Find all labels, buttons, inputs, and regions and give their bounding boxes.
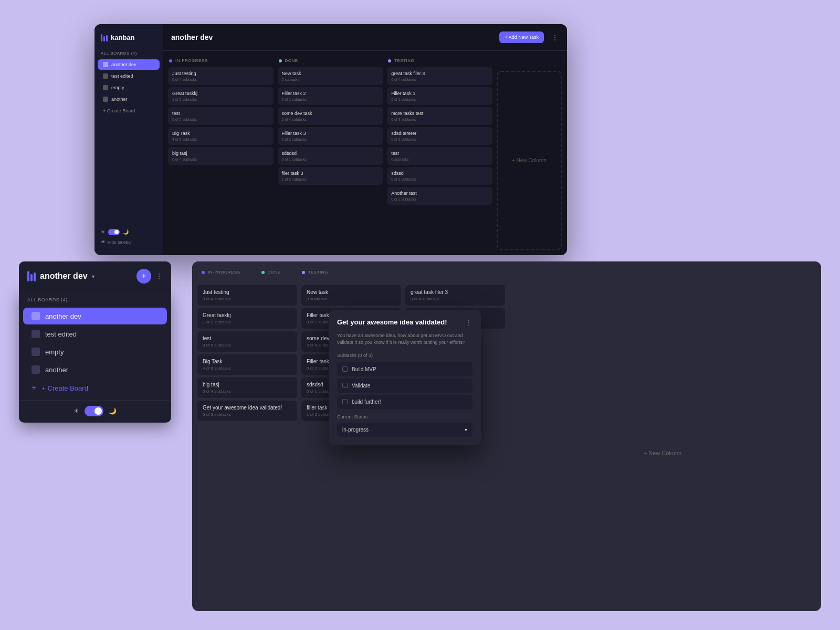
- testing-cards: great task filer 3 0 of 4 subtasks Fille…: [387, 67, 492, 205]
- card-subtasks: 0 of 1 subtasks: [391, 98, 488, 101]
- create-board-btn[interactable]: + Create Board: [98, 106, 160, 116]
- bottom-card-test[interactable]: test 0 of 5 subtasks: [197, 331, 297, 352]
- col-label-in-progress: IN-PROGRESS: [175, 58, 208, 63]
- card-sdsdsd[interactable]: sdsdsd 0 of 1 subtasks: [278, 147, 383, 165]
- dropdown-create-board-btn[interactable]: + + Create Board: [23, 379, 167, 397]
- sidebar-item-another-dev[interactable]: another dev: [98, 59, 160, 70]
- dropdown-add-button[interactable]: +: [136, 269, 151, 284]
- card-test[interactable]: test 0 of 5 subtasks: [168, 107, 274, 125]
- task-modal: Get your awesome idea validated! ⋮ You h…: [329, 310, 481, 445]
- col-header-testing: TESTING: [387, 56, 492, 67]
- card-subtasks: 0 of 4 subtasks: [172, 78, 269, 81]
- card-title: sdsdsd: [282, 151, 379, 156]
- card-great-taskkj[interactable]: Great taskkj 1 of 2 subtasks: [168, 87, 274, 105]
- modal-more-options-icon[interactable]: ⋮: [465, 318, 472, 327]
- sidebar-item-another[interactable]: another: [98, 94, 160, 104]
- card-filler-task-1[interactable]: Filler task 1 0 of 1 subtasks: [387, 87, 492, 105]
- card-subtasks: 0 of 3 subtasks: [391, 118, 488, 121]
- sidebar-item-empty[interactable]: empty: [98, 82, 160, 93]
- card-title: sdsdItererer: [391, 131, 488, 136]
- bottom-card-great-task-filer[interactable]: great task filer 3 0 of 4 subtasks: [405, 285, 505, 306]
- card-sdsditererer[interactable]: sdsdItererer 0 of 2 subtasks: [387, 127, 492, 145]
- dropdown-theme-row: ☀ 🌙: [19, 400, 171, 416]
- card-title: Another test: [391, 191, 488, 196]
- theme-toggle[interactable]: [108, 229, 120, 235]
- dropdown-more-options-icon[interactable]: ⋮: [155, 272, 163, 280]
- create-board-label: + Create Board: [103, 108, 135, 113]
- card-title: Big Task: [172, 131, 269, 136]
- card-title: test: [172, 111, 269, 116]
- card-tesr[interactable]: tesr 0 subtasks: [387, 147, 492, 165]
- card-subtasks: 1 of 2 subtasks: [203, 320, 292, 324]
- card-title: Get your awesome idea validated!: [203, 405, 292, 411]
- card-big-task[interactable]: Big Task 4 of 6 subtasks: [168, 127, 274, 145]
- card-filler-task-2[interactable]: Filler task 2 0 of 1 subtasks: [278, 87, 383, 105]
- card-big-tasj[interactable]: big tasj 0 of 4 subtasks: [168, 147, 274, 165]
- card-great-task-filer-3[interactable]: great task filer 3 0 of 4 subtasks: [387, 67, 492, 85]
- dropdown-panel: ALL BOARDS (4) another dev test edited e…: [19, 291, 171, 423]
- sidebar-item-test-edited[interactable]: test edited: [98, 71, 160, 81]
- dropdown-item-another[interactable]: another: [23, 361, 167, 378]
- more-options-icon[interactable]: ⋮: [551, 33, 559, 41]
- modal-subtasks-label: Subtasks (0 of 3): [337, 353, 472, 358]
- bottom-card-big-task[interactable]: Big Task 4 of 6 subtasks: [197, 354, 297, 375]
- col-label-done: DONE: [285, 58, 298, 63]
- card-filer-task-3[interactable]: filer task 3 1 of 2 subtasks: [278, 167, 383, 185]
- card-subtasks: 0 of 1 subtasks: [282, 98, 379, 101]
- bottom-card-great-taskkj[interactable]: Great taskkj 1 of 2 subtasks: [197, 308, 297, 329]
- add-task-button[interactable]: + Add New Task: [499, 32, 544, 43]
- card-subtasks: 0 of 2 subtasks: [391, 138, 488, 141]
- dropdown-item-test-edited[interactable]: test edited: [23, 326, 167, 342]
- chevron-down-icon[interactable]: ▾: [92, 274, 94, 279]
- card-more-tasks-test[interactable]: more tasks test 0 of 3 subtasks: [387, 107, 492, 125]
- subtask-item-build-further[interactable]: build further!: [337, 395, 472, 409]
- modal-title: Get your awesome idea validated!: [337, 318, 447, 327]
- subtask-checkbox[interactable]: [342, 399, 348, 404]
- bottom-card-just-testing[interactable]: Just testing 0 of 4 subtasks: [197, 285, 297, 306]
- dropdown-item-another-dev[interactable]: another dev: [23, 308, 167, 324]
- dropdown-logo: [27, 271, 36, 281]
- bottom-kanban-header: IN-PROGRESS DONE TESTING: [192, 261, 821, 285]
- theme-toggle-large[interactable]: [85, 406, 103, 416]
- main-header: another dev + Add New Task ⋮: [163, 24, 567, 51]
- card-another-test[interactable]: Another test 0 of 2 subtasks: [387, 187, 492, 205]
- modal-status-select[interactable]: in-progress ▾: [337, 423, 472, 437]
- card-title: some dev task: [282, 111, 379, 116]
- board-icon: [103, 62, 108, 67]
- status-dot-done: [279, 59, 282, 62]
- subtask-checkbox[interactable]: [342, 383, 348, 388]
- col-in-progress: IN-PROGRESS Just testing 0 of 4 subtasks…: [168, 56, 274, 250]
- card-title: Great taskkj: [172, 91, 269, 96]
- card-title: Great taskkj: [203, 312, 292, 318]
- modal-status-label: Current Status: [337, 414, 472, 419]
- card-filler-task-3[interactable]: Filler task 3 0 of 2 subtasks: [278, 127, 383, 145]
- card-subtasks: 0 of 3 subtasks: [203, 412, 292, 417]
- sidebar-app-name: kanban: [111, 34, 135, 41]
- card-title: New task: [307, 289, 396, 295]
- dropdown-item-empty[interactable]: empty: [23, 343, 167, 360]
- dropdown-item-label: another: [45, 366, 68, 374]
- card-title: Big Task: [203, 359, 292, 364]
- card-some-dev-task[interactable]: some dev task 2 of 4 subtasks: [278, 107, 383, 125]
- card-title: Filler task 3: [282, 131, 379, 136]
- card-title: big tasj: [203, 382, 292, 387]
- card-sdssd[interactable]: sdssd 0 of 3 subtasks: [387, 167, 492, 185]
- bottom-new-column-button[interactable]: + New Column: [509, 300, 816, 606]
- card-new-task[interactable]: New task 0 subtasks: [278, 67, 383, 85]
- subtask-checkbox[interactable]: [342, 366, 348, 372]
- new-column-button[interactable]: + New Column: [497, 71, 562, 250]
- card-subtasks: 4 of 6 subtasks: [172, 138, 269, 141]
- sidebar-bottom: ☀ 🌙 👁 Hide Sidebar: [94, 225, 163, 249]
- bottom-card-new-task[interactable]: New task 0 subtasks: [301, 285, 401, 306]
- sidebar-item-label: empty: [111, 85, 124, 90]
- subtask-item-validate[interactable]: Validate: [337, 379, 472, 393]
- card-just-testing[interactable]: Just testing 0 of 4 subtasks: [168, 67, 274, 85]
- bottom-card-big-tasj[interactable]: big tasj 0 of 4 subtasks: [197, 377, 297, 398]
- hide-sidebar-btn[interactable]: 👁 Hide Sidebar: [101, 239, 156, 245]
- bottom-card-get-awesome[interactable]: Get your awesome idea validated! 0 of 3 …: [197, 401, 297, 421]
- dropdown-create-label: + Create Board: [41, 384, 88, 392]
- status-dot-in-progress: [169, 59, 172, 62]
- subtask-item-build-mvp[interactable]: Build MVP: [337, 362, 472, 376]
- bottom-kanban-columns: Just testing 0 of 4 subtasks Great taskk…: [192, 285, 821, 611]
- card-title: big tasj: [172, 151, 269, 156]
